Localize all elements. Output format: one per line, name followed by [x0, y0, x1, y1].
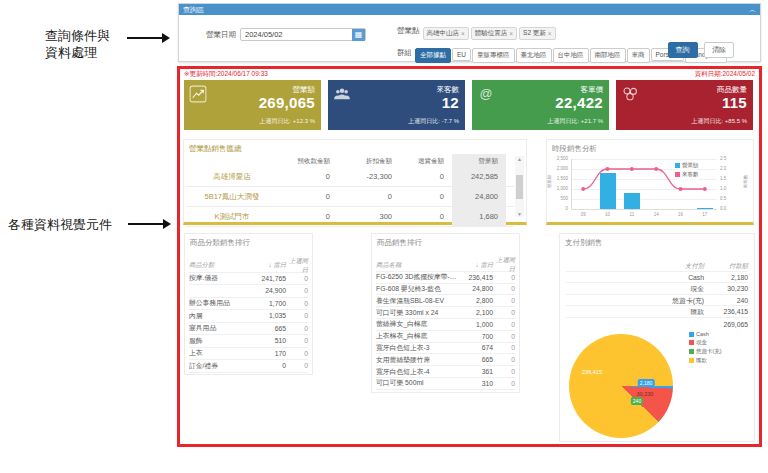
payment-amount: 236,415	[718, 306, 748, 317]
query-panel-header: 查詢區 ︿	[179, 4, 760, 15]
table-header-row: 商品名稱↓ 當日上週同日	[376, 260, 515, 272]
table-row: 寬牙白色短上衣-43610	[376, 366, 515, 378]
scroll-down-icon[interactable]: ▼	[517, 211, 522, 217]
value-today: 665	[250, 325, 286, 332]
store-name-link[interactable]: 5B17鳳山大潤發	[186, 187, 278, 206]
payment-table: 支付別付款額Cash2,180現金30,230悠遊卡(充)240匯款236,41…	[566, 260, 748, 318]
group-button[interactable]: 南部地區	[590, 48, 626, 63]
cell: 0	[278, 207, 338, 226]
pie-slice-label: 240	[631, 397, 643, 405]
column-header: 支付別	[566, 260, 718, 271]
legend-item[interactable]: Cash	[689, 331, 722, 337]
left-axis-title: 營業額	[547, 175, 552, 189]
legend-swatch	[689, 349, 694, 354]
value-today: 24,900	[250, 287, 286, 294]
category-rank-table: 商品分類↓ 當日上週同日按摩.儀器241,765024,9000辦公事務用品1,…	[189, 260, 308, 373]
item-name: 內層	[189, 311, 250, 321]
item-name: 上衣	[189, 348, 250, 358]
store-chip[interactable]: 體驗位置店×	[471, 27, 517, 40]
date-label: 營業日期	[206, 30, 236, 40]
item-name: 可口可樂 330ml x 24	[376, 308, 457, 318]
pie-slice-label: 2,180	[638, 379, 655, 387]
cell: 242,585	[452, 167, 506, 186]
value-lastweek: 0	[493, 356, 515, 363]
value-today: 1,000	[457, 321, 493, 328]
item-name: 服飾	[189, 336, 250, 346]
value-today: 170	[250, 350, 286, 357]
column-header[interactable]: 上週同日	[493, 256, 515, 274]
column-header[interactable]: 上週同日	[286, 257, 308, 275]
table-row: 辦公事務用品1,7000	[189, 298, 308, 311]
legend-item[interactable]: 現金	[689, 339, 722, 346]
table-row: 悠遊卡(充)240	[566, 295, 748, 307]
value-today: 674	[457, 344, 493, 351]
annotation-arrow-2	[128, 223, 164, 225]
value-today: 665	[457, 356, 493, 363]
scroll-up-icon[interactable]: ▲	[517, 156, 522, 162]
people-icon	[333, 85, 351, 103]
chip-close-icon[interactable]: ×	[509, 30, 513, 37]
collapse-icon[interactable]: ︿	[749, 4, 756, 15]
store-label: 營業點	[397, 26, 420, 36]
chip-close-icon[interactable]: ×	[548, 30, 552, 37]
date-input[interactable]: 2024/05/02 ▦	[240, 28, 366, 41]
table-row: 上衣1700	[189, 348, 308, 361]
legend-swatch	[689, 340, 694, 345]
item-name: 寢具用品	[189, 323, 250, 333]
coins-icon	[621, 85, 639, 103]
table-row: K測試門市030001,680	[186, 207, 514, 227]
summary-scrollbar[interactable]: ▲ ▼	[515, 156, 524, 217]
table-header-row: 商品分類↓ 當日上週同日	[189, 260, 308, 273]
at-coin-icon: @	[477, 85, 495, 103]
group-button[interactable]: 車商	[627, 48, 650, 63]
legend-item[interactable]: 悠遊卡(充)	[689, 348, 722, 355]
value-lastweek: 0	[286, 350, 308, 357]
legend-label: 來客數	[682, 171, 699, 178]
search-button[interactable]: 查詢	[668, 42, 698, 58]
value-lastweek: 0	[493, 309, 515, 316]
table-row: 高雄博愛店0-23,3000242,585	[186, 167, 514, 187]
value-today: 2,800	[457, 297, 493, 304]
table-header-row: 預收款金額折扣金額退貨金額營業額	[186, 154, 514, 167]
store-name-link[interactable]: K測試門市	[186, 207, 278, 226]
legend-item[interactable]: 匯款	[689, 357, 722, 364]
table-row: 養生保溫瓶SBL-08-EV2,8000	[376, 295, 515, 307]
group-button[interactable]: 臺北地區	[516, 48, 552, 63]
kpi-value: 22,422	[555, 94, 603, 111]
column-header-sorted[interactable]: ↓ 當日	[457, 261, 493, 270]
table-row: 服飾5100	[189, 335, 308, 348]
value-lastweek: 0	[493, 297, 515, 304]
kpi-delta: 上週同日比: +21.7 %	[547, 117, 603, 126]
store-chip-label: S2 更新	[523, 29, 546, 38]
legend-label: 悠遊卡(充)	[696, 348, 722, 355]
category-rank-title: 商品分類銷售排行	[185, 234, 312, 250]
store-name-link[interactable]: 高雄博愛店	[186, 167, 278, 186]
value-lastweek: 0	[493, 274, 515, 281]
store-chip[interactable]: S2 更新×	[519, 27, 556, 40]
cell: 0	[278, 167, 338, 186]
legend-item[interactable]: 營業額	[675, 162, 699, 169]
legend-item[interactable]: 來客數	[675, 171, 699, 178]
scrollbar-thumb[interactable]	[516, 175, 523, 199]
group-button[interactable]: 全部據點	[415, 48, 451, 63]
value-lastweek: 0	[493, 333, 515, 340]
column-header: 折扣金額	[338, 154, 400, 167]
store-summary-table: 預收款金額折扣金額退貨金額營業額高雄博愛店0-23,3000242,5855B1…	[186, 154, 514, 227]
annotation-arrow-1	[127, 37, 163, 39]
chip-close-icon[interactable]: ×	[461, 30, 465, 37]
kpi-card: 來客數12上週同日比: -7.7 %	[328, 80, 465, 130]
group-button[interactable]: 量販專櫃區	[472, 48, 515, 63]
value-today: 0	[250, 362, 286, 369]
group-button[interactable]: EU	[452, 48, 471, 61]
clear-button[interactable]: 清除	[704, 42, 734, 58]
annotation-visual: 各種資料視覺元件	[8, 216, 112, 233]
value-lastweek: 0	[493, 344, 515, 351]
group-label: 群組	[397, 48, 412, 58]
column-header-sorted[interactable]: ↓ 當日	[250, 261, 286, 270]
group-button[interactable]: 台中地區	[553, 48, 589, 63]
store-chip[interactable]: 高雄中山店×	[423, 27, 469, 40]
store-chip-label: 體驗位置店	[475, 29, 508, 38]
value-lastweek: 0	[286, 300, 308, 307]
calendar-icon[interactable]: ▦	[352, 29, 365, 41]
item-name: 可口可樂 500ml	[376, 378, 457, 388]
